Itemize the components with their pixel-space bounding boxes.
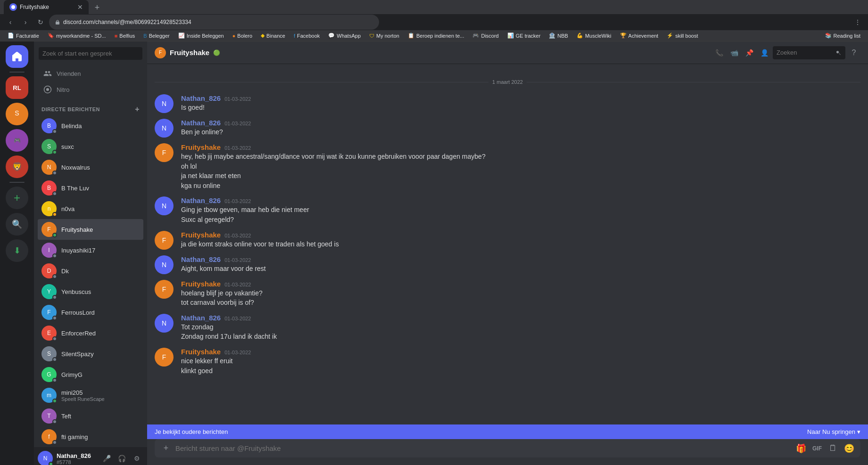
refresh-button[interactable]: ↻: [34, 16, 47, 29]
dm-user-ftigaming[interactable]: f fti gaming: [38, 426, 143, 447]
bookmark-facturatie[interactable]: 📄 Facturatie: [4, 32, 43, 40]
avatar-silentspazy: S: [41, 346, 57, 361]
username-ftigaming: fti gaming: [61, 433, 140, 441]
bookmark-inside-beleggen[interactable]: 📈 Inside Beleggen: [174, 32, 228, 40]
dm-search-input[interactable]: [39, 47, 142, 60]
friends-nav-item[interactable]: Vrienden: [38, 65, 143, 82]
add-server-button[interactable]: +: [6, 187, 28, 209]
dm-user-belinda[interactable]: B Belinda: [38, 115, 143, 136]
forward-button[interactable]: ›: [19, 16, 32, 29]
status-dot: [52, 336, 57, 341]
msg-username-3: Fruityshake: [181, 143, 221, 151]
server-2[interactable]: S: [6, 103, 28, 125]
home-button[interactable]: [6, 45, 28, 68]
help-button[interactable]: ?: [847, 46, 860, 59]
dm-user-dk[interactable]: D Dk: [38, 261, 143, 281]
bookmark-bolero[interactable]: ● Bolero: [229, 32, 256, 40]
date-divider: 1 maart 2022: [155, 79, 860, 85]
bookmark-nbb[interactable]: 🏦 NBB: [545, 32, 572, 40]
chat-search-input[interactable]: [777, 49, 833, 56]
bookmark-facebook[interactable]: f Facebook: [290, 32, 323, 40]
bookmark-achievement[interactable]: 🏆 Achievement: [616, 32, 662, 40]
bookmark-beroep[interactable]: 📋 Beroep indienen te...: [404, 32, 468, 40]
status-dot: [52, 378, 57, 383]
dm-user-noxwalrus[interactable]: N Noxwalrus: [38, 157, 143, 178]
message-group-3: F Fruityshake 01-03-2022 hey, heb jij ma…: [147, 141, 868, 193]
dm-user-inuyashiki17[interactable]: I Inuyashiki17: [38, 240, 143, 261]
gif-button[interactable]: GIF: [810, 441, 825, 456]
svg-text:S: S: [15, 109, 19, 117]
avatar-dk: D: [41, 263, 57, 278]
gift-button[interactable]: 🎁: [794, 441, 809, 456]
friends-label: Vrienden: [57, 70, 81, 77]
msg-text-4a: Ging je tbow geven, maar heb die niet me…: [181, 205, 860, 215]
mute-button[interactable]: 🎤: [100, 452, 113, 465]
status-dot: [52, 150, 57, 155]
bookmark-ge-tracker[interactable]: 📊 GE tracker: [504, 32, 545, 40]
svg-rect-1: [56, 22, 59, 24]
server-3[interactable]: 🎮: [6, 129, 28, 152]
dm-panel: Vrienden Nitro DIRECTE BERICHTEN + B Bel…: [34, 41, 147, 465]
bookmark-whatsapp[interactable]: 💬 WhatsApp: [324, 32, 364, 40]
bookmark-mynorton[interactable]: 🛡 My norton: [365, 32, 403, 40]
msg-text-1: Is goed!: [181, 103, 860, 113]
server-4[interactable]: 🦁: [6, 155, 28, 178]
username-btheluv: B The Luv: [61, 185, 140, 192]
settings-button[interactable]: ⚙: [130, 452, 143, 465]
msg-username-7: Fruityshake: [181, 280, 221, 288]
tab-bar: Fruityshake ✕ +: [0, 0, 868, 14]
dm-user-enforcerred[interactable]: E EnforcerRed: [38, 323, 143, 343]
bookmark-belfius[interactable]: ■ Belfius: [111, 32, 139, 40]
status-dot: [52, 274, 57, 279]
bookmark-skill-boost[interactable]: ⚡ skill boost: [663, 32, 702, 40]
bookmark-myworkandme[interactable]: 🔖 myworkandme - SD...: [44, 32, 110, 40]
bookmark-discord[interactable]: 🎮 Discord: [469, 32, 502, 40]
bookmark-binance[interactable]: ◆ Binance: [257, 32, 289, 40]
address-bar[interactable]: discord.com/channels/@me/806992214928523…: [49, 15, 379, 30]
tab-favicon: [9, 3, 17, 11]
download-button[interactable]: ⬇: [6, 239, 28, 262]
message-group-6: N Nathan_826 01-03-2022 Aight, kom maar …: [147, 253, 868, 276]
avatar-mini205: m: [41, 388, 57, 403]
msg-avatar-fruity-9: F: [155, 348, 174, 367]
message-input[interactable]: [175, 439, 792, 457]
msg-avatar-nathan-8: N: [155, 314, 174, 333]
extensions-button[interactable]: ⋮: [851, 16, 864, 29]
video-button[interactable]: 📹: [727, 46, 741, 59]
new-tab-button[interactable]: +: [91, 1, 104, 14]
dm-user-btheluv[interactable]: B B The Luv: [38, 178, 143, 198]
deafen-button[interactable]: 🎧: [115, 452, 128, 465]
pin-button[interactable]: 📌: [743, 46, 756, 59]
tab-close-button[interactable]: ✕: [77, 3, 83, 11]
dm-user-suxc[interactable]: S suxc: [38, 136, 143, 157]
dm-user-silentspazy[interactable]: S SilentSpazy: [38, 343, 143, 364]
new-dm-button[interactable]: +: [135, 105, 140, 114]
date-divider-text: 1 maart 2022: [492, 79, 523, 85]
username-enforcerred: EnforcerRed: [61, 330, 140, 337]
dm-user-fruityshake[interactable]: F Fruityshake: [38, 219, 143, 240]
status-text-mini205: Speelt RuneScape: [61, 396, 140, 402]
nitro-nav-item[interactable]: Nitro: [38, 82, 143, 98]
dm-user-yenbuscus[interactable]: Y Yenbuscus: [38, 281, 143, 302]
emoji-button[interactable]: 😊: [842, 441, 857, 456]
active-tab[interactable]: Fruityshake ✕: [4, 0, 89, 14]
message-group-4: N Nathan_826 01-03-2022 Ging je tbow gev…: [147, 195, 868, 227]
avatar-ferrouslord: F: [41, 305, 57, 320]
msg-text-3a: hey, heb jij maybe ancestral/sang/dlance…: [181, 152, 860, 162]
server-rl[interactable]: RL: [6, 76, 28, 99]
back-button[interactable]: ‹: [4, 16, 17, 29]
dm-user-nova[interactable]: n n0va: [38, 198, 143, 219]
dm-user-teft[interactable]: T Teft: [38, 406, 143, 426]
status-dot: [52, 212, 57, 217]
dm-user-grimyg[interactable]: G GrimyG: [38, 364, 143, 385]
add-friend-button[interactable]: 👤: [758, 46, 771, 59]
dm-user-mini205[interactable]: m mini205 Speelt RuneScape: [38, 385, 143, 406]
call-button[interactable]: 📞: [712, 46, 726, 59]
sticker-button[interactable]: 🗒: [826, 441, 841, 456]
add-attachment-button[interactable]: +: [158, 441, 174, 456]
dm-user-ferrouslord[interactable]: F FerrousLord: [38, 302, 143, 323]
explore-servers-button[interactable]: 🔍: [6, 213, 28, 236]
bookmark-belegger[interactable]: B Belegger: [140, 32, 173, 40]
jump-to-now-button[interactable]: Naar Nu springen ▾: [807, 428, 860, 435]
bookmark-musclewiki[interactable]: 💪 MuscleWiki: [573, 32, 615, 40]
